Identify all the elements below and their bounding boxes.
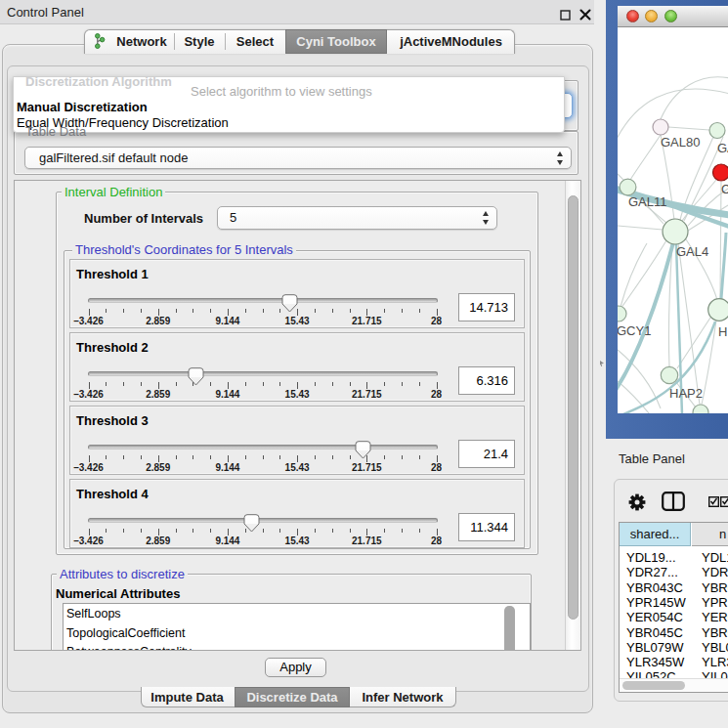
svg-text:H: H — [718, 324, 727, 339]
svg-text:C: C — [721, 182, 728, 196]
svg-text:GA: GA — [717, 141, 728, 155]
svg-text:HAP2: HAP2 — [669, 386, 703, 401]
svg-text:GCY1: GCY1 — [618, 323, 651, 338]
svg-text:GAL80: GAL80 — [661, 135, 700, 150]
svg-text:GAL11: GAL11 — [628, 194, 667, 209]
svg-text:GAL4: GAL4 — [676, 244, 708, 259]
